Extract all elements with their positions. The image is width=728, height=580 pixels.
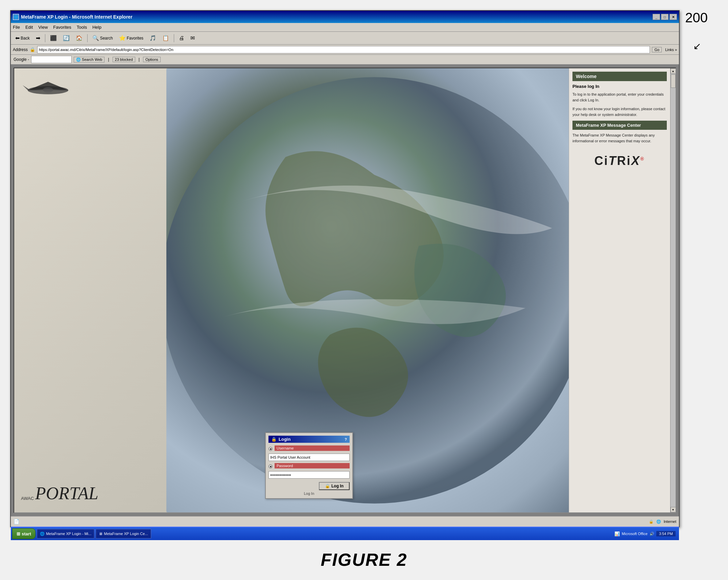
svg-point-2 bbox=[43, 87, 53, 93]
scroll-thumb[interactable] bbox=[671, 74, 676, 88]
home-button[interactable]: 🏠 bbox=[73, 33, 85, 43]
history-button[interactable]: 📋 bbox=[160, 33, 171, 43]
scroll-track bbox=[671, 74, 676, 507]
menu-view[interactable]: View bbox=[38, 25, 48, 30]
stop-button[interactable]: ⬛ bbox=[48, 33, 59, 43]
stop-icon: ⬛ bbox=[50, 35, 57, 41]
office-icon: 📊 bbox=[614, 531, 620, 536]
title-bar-controls: _ □ ✕ bbox=[653, 14, 677, 20]
status-page-icon: 📄 bbox=[14, 519, 19, 524]
blocked-button[interactable]: 23 blocked bbox=[113, 57, 135, 62]
metaframe-description: The MetaFrame XP Message Center displays… bbox=[572, 132, 667, 144]
metaframe-taskbar-icon: 🖥 bbox=[99, 532, 102, 536]
password-radio[interactable] bbox=[268, 464, 273, 468]
system-tray: 📊 Microsoft Office 🔊 3:54 PM bbox=[614, 531, 678, 536]
awac-text: AWAC bbox=[21, 496, 34, 501]
reference-number: 200 bbox=[685, 10, 708, 25]
password-input[interactable] bbox=[268, 471, 350, 479]
login-submit-button[interactable]: 🔒 Log In bbox=[319, 482, 350, 490]
toolbar-separator-3 bbox=[174, 34, 174, 42]
search-web-icon: 🌐 bbox=[76, 57, 81, 62]
forward-icon: ➡ bbox=[36, 35, 40, 41]
taskbar-item-1[interactable]: 🖥 MetaFrame XP Login Ce... bbox=[96, 529, 151, 538]
username-section: Username bbox=[268, 445, 350, 452]
print-button[interactable]: 🖨 bbox=[177, 33, 187, 43]
google-separator-2: | bbox=[139, 57, 140, 62]
search-button[interactable]: 🔍 Search bbox=[90, 33, 115, 43]
home-icon: 🏠 bbox=[76, 35, 83, 41]
clock: 3:54 PM bbox=[656, 531, 676, 536]
google-search-web-button[interactable]: 🌐 Search Web bbox=[74, 57, 104, 63]
status-bar: 📄 🔒 🌐 Internet bbox=[11, 516, 679, 527]
username-label: Username bbox=[275, 445, 350, 451]
history-icon: 📋 bbox=[162, 35, 169, 41]
google-search-input[interactable] bbox=[31, 56, 72, 63]
menu-tools[interactable]: Tools bbox=[77, 25, 87, 30]
login-help-icon: ? bbox=[345, 437, 347, 441]
menu-bar: File Edit View Favorites Tools Help bbox=[11, 23, 679, 32]
title-bar-text: 🌐 MetaFrame XP Login - Microsoft Interne… bbox=[13, 14, 133, 20]
refresh-button[interactable]: 🔄 bbox=[61, 33, 72, 43]
citrix-logo: CiTRiX® bbox=[594, 154, 645, 168]
speaker-icon: 🔊 bbox=[650, 532, 654, 536]
login-title: Login bbox=[279, 437, 290, 442]
window-title: MetaFrame XP Login - Microsoft Internet … bbox=[21, 14, 133, 20]
close-button[interactable]: ✕ bbox=[670, 14, 677, 20]
back-button[interactable]: ⬅ Back bbox=[13, 33, 32, 43]
favorites-icon: ⭐ bbox=[119, 35, 126, 41]
ie-icon: 🌐 bbox=[40, 532, 45, 536]
password-label: Password bbox=[275, 463, 350, 468]
portal-text: PORTAL bbox=[35, 485, 98, 502]
login-btn-area: 🔒 Log In bbox=[268, 482, 350, 490]
login-form: 🔒 Login ? Username P bbox=[265, 432, 353, 499]
google-options-button[interactable]: Options bbox=[143, 57, 161, 62]
vertical-scrollbar[interactable]: ▲ ▼ bbox=[670, 68, 676, 512]
back-icon: ⬅ bbox=[15, 35, 20, 41]
globe-container bbox=[166, 68, 569, 512]
scroll-up-button[interactable]: ▲ bbox=[671, 68, 676, 74]
taskbar-item-0[interactable]: 🌐 MetaFrame XP Login - Mi... bbox=[37, 529, 94, 538]
microsoftoffice-label: Microsoft Office bbox=[622, 532, 648, 536]
mail-button[interactable]: ✉ bbox=[188, 33, 197, 43]
username-radio[interactable] bbox=[268, 447, 273, 451]
secure-icon: 🔒 bbox=[30, 47, 35, 52]
citrix-logo-area: CiTRiX® bbox=[572, 154, 667, 168]
login-icon: 🔒 bbox=[325, 484, 330, 488]
taskbar: ⊞ start 🌐 MetaFrame XP Login - Mi... 🖥 M… bbox=[11, 527, 679, 540]
menu-file[interactable]: File bbox=[13, 25, 20, 30]
lock-status-icon: 🔒 bbox=[649, 519, 654, 524]
help-text: If you do not know your login informatio… bbox=[572, 106, 667, 117]
menu-help[interactable]: Help bbox=[92, 25, 101, 30]
start-button[interactable]: ⊞ start bbox=[12, 528, 36, 539]
forward-button[interactable]: ➡ bbox=[33, 33, 43, 43]
username-input[interactable] bbox=[268, 454, 350, 461]
links-text: Links » bbox=[665, 48, 677, 52]
reference-arrow: ↙ bbox=[693, 41, 701, 52]
print-icon: 🖨 bbox=[179, 35, 184, 41]
scroll-down-button[interactable]: ▼ bbox=[671, 507, 676, 512]
blocked-separator: | bbox=[108, 57, 109, 62]
favorites-button[interactable]: ⭐ Favorites bbox=[117, 33, 146, 43]
browser-icon: 🌐 bbox=[13, 14, 19, 20]
go-button[interactable]: Go bbox=[652, 47, 662, 52]
media-icon: 🎵 bbox=[149, 35, 156, 41]
google-label: Google - bbox=[14, 57, 29, 62]
svg-marker-3 bbox=[23, 85, 29, 90]
internet-zone-label: Internet bbox=[664, 519, 676, 524]
airplane-logo bbox=[21, 75, 75, 102]
maximize-button[interactable]: □ bbox=[661, 14, 668, 20]
svg-point-6 bbox=[166, 77, 569, 503]
mail-icon: ✉ bbox=[190, 35, 195, 41]
toolbar-separator-1 bbox=[45, 34, 45, 42]
menu-edit[interactable]: Edit bbox=[25, 25, 33, 30]
please-login-heading: Please log In bbox=[572, 84, 667, 89]
media-button[interactable]: 🎵 bbox=[147, 33, 159, 43]
info-panel: Welcome Please log In To log in to the a… bbox=[569, 68, 670, 512]
address-input[interactable] bbox=[37, 46, 650, 53]
page-body: AWAC PORTAL bbox=[14, 68, 676, 512]
minimize-button[interactable]: _ bbox=[653, 14, 660, 20]
windows-icon: ⊞ bbox=[17, 531, 20, 536]
title-bar: 🌐 MetaFrame XP Login - Microsoft Interne… bbox=[11, 11, 679, 23]
toolbar: ⬅ Back ➡ ⬛ 🔄 🏠 🔍 Search ⭐ Favorites 🎵 📋 bbox=[11, 32, 679, 45]
menu-favorites[interactable]: Favorites bbox=[53, 25, 71, 30]
